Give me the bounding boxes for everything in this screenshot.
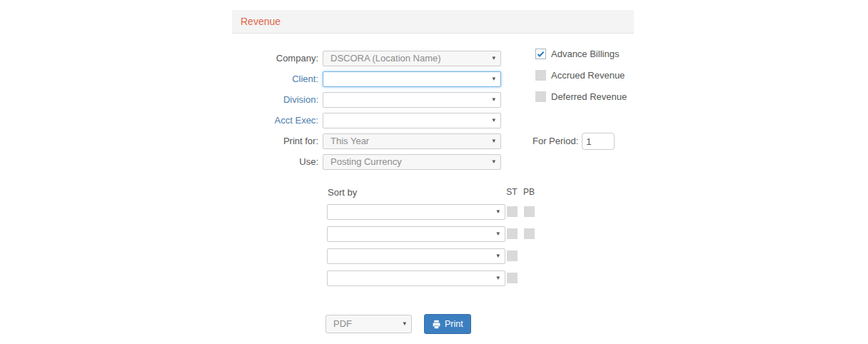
acct-exec-select[interactable]: ▾ bbox=[323, 113, 501, 128]
division-row: Division: ▾ bbox=[228, 92, 501, 108]
print-for-label: Print for: bbox=[228, 133, 323, 149]
checkmark-icon bbox=[536, 49, 545, 59]
chevron-down-icon: ▾ bbox=[492, 76, 495, 82]
print-button[interactable]: Print bbox=[424, 314, 471, 334]
sort-col-pb-heading: PB bbox=[523, 187, 535, 197]
sort-by-select-2[interactable]: ▾ bbox=[327, 226, 505, 242]
chevron-down-icon: ▾ bbox=[496, 253, 500, 259]
sort-by-select-4[interactable]: ▾ bbox=[327, 270, 505, 286]
division-label: Division: bbox=[228, 92, 323, 108]
sort-by-select-3[interactable]: ▾ bbox=[327, 248, 505, 264]
print-for-select-value: This Year bbox=[323, 134, 500, 148]
advance-billings-checkbox[interactable] bbox=[535, 49, 546, 59]
sort-by-heading: Sort by bbox=[328, 187, 357, 198]
chevron-down-icon: ▾ bbox=[496, 208, 500, 215]
use-select-value: Posting Currency bbox=[323, 155, 500, 169]
print-button-label: Print bbox=[445, 319, 463, 329]
client-select[interactable]: ▾ bbox=[323, 71, 501, 87]
use-select[interactable]: Posting Currency ▾ bbox=[323, 154, 501, 170]
client-label: Client: bbox=[228, 71, 323, 87]
page-title: Revenue bbox=[232, 10, 281, 33]
accrued-revenue-label: Accrued Revenue bbox=[551, 70, 625, 81]
print-for-select[interactable]: This Year ▾ bbox=[323, 133, 501, 149]
client-row: Client: ▾ bbox=[228, 71, 501, 87]
company-select[interactable]: DSCORA (Location Name) ▾ bbox=[323, 51, 501, 66]
accrued-revenue-checkbox[interactable] bbox=[535, 70, 546, 81]
deferred-revenue-label: Deferred Revenue bbox=[551, 91, 627, 102]
page-header: Revenue bbox=[232, 10, 634, 34]
advance-billings-label: Advance Billings bbox=[551, 49, 619, 59]
advance-billings-option: Advance Billings bbox=[535, 49, 619, 59]
chevron-down-icon: ▾ bbox=[496, 275, 500, 281]
company-select-value: DSCORA (Location Name) bbox=[323, 51, 500, 66]
acct-exec-row: Acct Exec: ▾ bbox=[228, 113, 501, 128]
deferred-revenue-checkbox[interactable] bbox=[535, 91, 546, 102]
sort-pb-checkbox-2[interactable] bbox=[524, 228, 535, 239]
company-label: Company: bbox=[228, 51, 323, 66]
for-period-row: For Period: bbox=[533, 133, 615, 150]
accrued-revenue-option: Accrued Revenue bbox=[535, 70, 625, 81]
sort-by-select-1[interactable]: ▾ bbox=[327, 204, 505, 220]
sort-st-checkbox-4[interactable] bbox=[507, 273, 518, 283]
sort-pb-checkbox-1[interactable] bbox=[524, 206, 535, 217]
deferred-revenue-option: Deferred Revenue bbox=[535, 91, 627, 102]
chevron-down-icon: ▾ bbox=[492, 117, 495, 123]
printer-icon bbox=[432, 320, 441, 329]
for-period-label: For Period: bbox=[533, 133, 578, 150]
acct-exec-label: Acct Exec: bbox=[228, 113, 323, 128]
output-format-select[interactable]: PDF ▾ bbox=[326, 315, 412, 333]
use-label: Use: bbox=[228, 154, 323, 170]
company-row: Company: DSCORA (Location Name) ▾ bbox=[228, 51, 501, 66]
division-select[interactable]: ▾ bbox=[323, 92, 501, 108]
sort-col-st-heading: ST bbox=[506, 187, 518, 197]
chevron-down-icon: ▾ bbox=[496, 231, 500, 237]
sort-st-checkbox-3[interactable] bbox=[507, 251, 518, 261]
output-format-select-value: PDF bbox=[326, 315, 411, 333]
for-period-input[interactable] bbox=[582, 133, 615, 150]
chevron-down-icon: ▾ bbox=[492, 96, 495, 103]
sort-st-checkbox-2[interactable] bbox=[507, 228, 518, 239]
revenue-report-page: Revenue Company: DSCORA (Location Name) … bbox=[0, 0, 868, 344]
print-for-row: Print for: This Year ▾ bbox=[228, 133, 501, 149]
sort-st-checkbox-1[interactable] bbox=[507, 206, 518, 217]
use-row: Use: Posting Currency ▾ bbox=[228, 154, 501, 170]
